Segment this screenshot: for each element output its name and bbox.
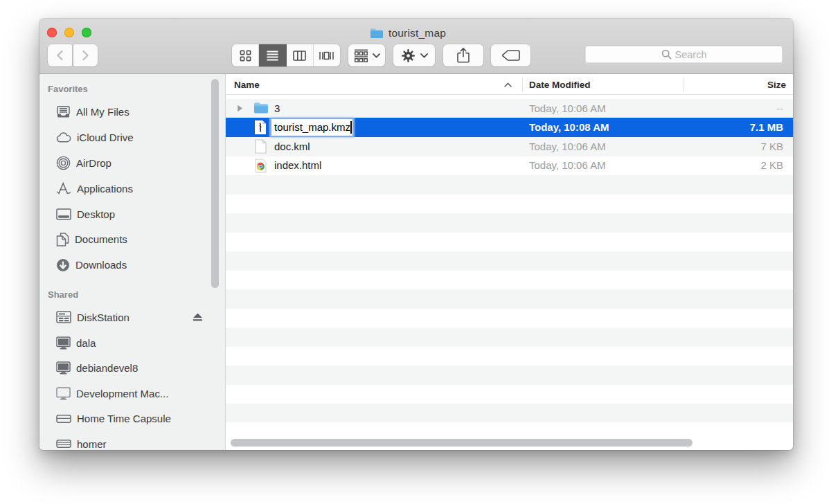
column-separator[interactable] [683,78,684,91]
column-view-icon [293,51,306,61]
window-title: tourist_map [388,27,446,39]
sidebar-scrollbar[interactable] [211,79,219,288]
icon-view-button[interactable] [232,44,259,66]
documents-icon [56,233,69,246]
sidebar-section-favorites: Favorites [48,82,88,95]
sidebar-item-icloud-drive[interactable]: iCloud Drive [56,127,215,147]
column-header-name[interactable]: Name [234,74,260,95]
time-capsule-icon [56,414,71,424]
horizontal-scrollbar[interactable] [231,439,692,447]
icon-view-icon [240,50,251,62]
coverflow-view-icon [319,51,334,61]
share-button[interactable] [443,44,483,66]
sidebar-item-desktop[interactable]: Desktop [56,204,215,224]
tag-icon [502,50,520,61]
column-view-button[interactable] [287,44,314,66]
finder-window: tourist_map [39,19,793,450]
action-button[interactable] [393,44,435,66]
sidebar-item-diskstation[interactable]: DiskStation [56,307,215,327]
disclosure-triangle-icon[interactable] [237,105,243,112]
sidebar-item-development-mac[interactable]: Development Mac... [56,384,215,403]
search-input[interactable]: Search [584,45,783,64]
gear-icon [401,48,416,63]
window-content: Favorites All My Files [39,74,793,450]
chevron-left-icon [56,50,64,61]
downloads-icon [56,258,70,272]
folder-icon [370,28,384,39]
file-list-area: Name Date Modified Size [226,74,793,450]
html-document-icon [255,159,267,173]
arrange-button[interactable] [348,44,385,66]
eject-icon[interactable] [193,313,203,321]
text-cursor [350,121,352,134]
chevron-right-icon [82,50,89,61]
rename-input[interactable]: tourist_map.kmz [270,118,354,137]
close-window-button[interactable] [47,28,57,37]
sidebar-item-home-time-capsule[interactable]: Home Time Capsule [56,409,215,429]
back-button[interactable] [48,44,72,66]
tag-button[interactable] [491,44,530,66]
file-row-tourist-map-kmz[interactable]: tourist_map.kmz Today, 10:08 AM 7.1 MB [226,118,793,137]
kml-document-icon [255,139,267,154]
window-title-area: tourist_map [39,25,793,42]
arrange-icon [354,49,368,62]
nas-icon [56,311,71,323]
sidebar-item-debiandevel8[interactable]: debiandevel8 [56,359,215,378]
file-row-doc-kml[interactable]: doc.kml Today, 10:06 AM 7 KB [226,137,793,156]
list-view-button[interactable] [259,44,286,66]
column-separator[interactable] [522,78,523,91]
computer-light-icon [56,387,71,400]
search-icon [661,49,672,60]
time-capsule-icon [56,439,71,449]
desktop-icon [56,208,71,220]
traffic-lights [47,28,91,37]
list-header: Name Date Modified Size [226,74,793,95]
sidebar-item-all-my-files[interactable]: All My Files [56,102,215,121]
list-view-icon [267,51,278,61]
view-mode-segmented-control [232,44,340,66]
sidebar-item-documents[interactable]: Documents [56,230,215,249]
coverflow-view-button[interactable] [314,44,340,66]
chevron-down-icon [373,53,380,58]
minimize-window-button[interactable] [64,28,74,37]
computer-icon [56,361,71,375]
folder-icon [253,101,269,114]
desktop-background: tourist_map [0,0,831,504]
airdrop-icon [56,156,71,170]
search-placeholder: Search [675,49,707,60]
icloud-drive-icon [56,132,71,143]
sidebar-item-airdrop[interactable]: AirDrop [56,153,215,172]
sidebar-section-shared: Shared [48,288,78,300]
sort-ascending-icon [504,74,512,95]
sidebar-item-dala[interactable]: dala [56,333,215,352]
kmz-document-icon [254,120,267,135]
all-my-files-icon [56,105,71,118]
computer-icon [56,336,71,350]
applications-icon [56,182,71,195]
rename-text: tourist_map.kmz [274,121,350,133]
sidebar-item-homer[interactable]: homer [56,434,215,450]
file-list: 3 Today, 10:06 AM -- tourist_map.kmz [226,99,793,423]
sidebar-item-applications[interactable]: Applications [56,179,215,198]
zoom-window-button[interactable] [82,28,91,37]
sidebar-item-downloads[interactable]: Downloads [56,255,215,275]
chevron-down-icon [420,53,428,58]
window-titlebar[interactable]: tourist_map [39,19,793,74]
column-header-size[interactable]: Size [767,74,786,95]
sidebar: Favorites All My Files [39,74,226,450]
file-row-index-html[interactable]: index.html Today, 10:06 AM 2 KB [226,156,793,175]
column-header-date-modified[interactable]: Date Modified [529,74,591,95]
share-icon [457,48,470,63]
navigation-buttons [48,44,98,66]
forward-button[interactable] [73,44,98,66]
file-row-folder-3[interactable]: 3 Today, 10:06 AM -- [226,99,793,118]
